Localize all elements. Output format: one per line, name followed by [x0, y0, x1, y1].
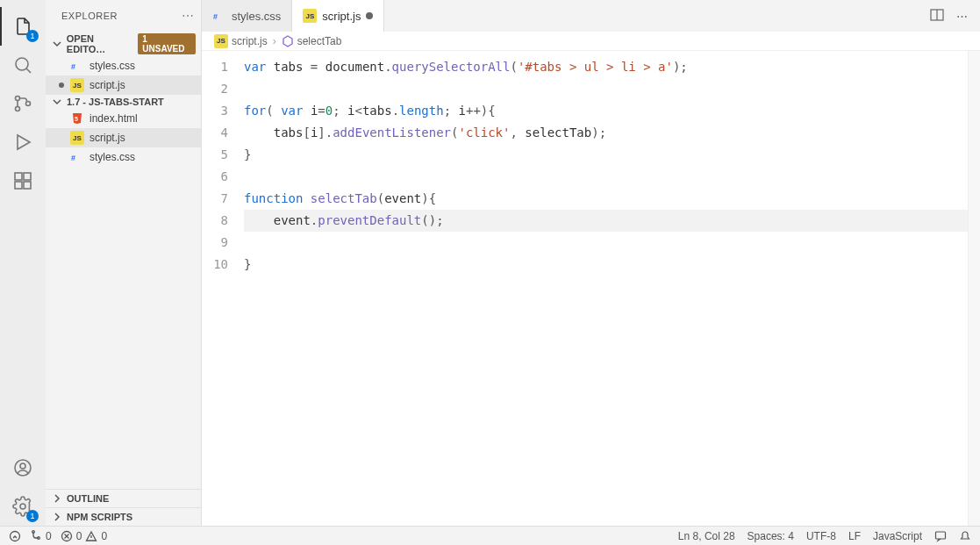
search-icon[interactable] — [0, 46, 46, 84]
feedback-icon[interactable] — [934, 530, 947, 542]
css-file-icon: # — [70, 59, 84, 73]
code-editor[interactable]: 12345678910 var tabs = document.querySel… — [202, 51, 980, 526]
editor-tab[interactable]: JSscript.js — [292, 0, 384, 32]
explorer-more-icon[interactable]: ⋯ — [182, 9, 195, 23]
editor-tab[interactable]: #styles.css — [202, 0, 292, 32]
tab-actions: ⋯ — [918, 0, 980, 32]
tab-label: script.js — [322, 10, 361, 23]
unsaved-badge: 1 UNSAVED — [138, 33, 196, 54]
open-editor-item[interactable]: #styles.css — [46, 56, 201, 75]
indentation-status[interactable]: Spaces: 4 — [748, 530, 794, 542]
svg-point-3 — [16, 107, 20, 111]
breadcrumb[interactable]: JS script.js › selectTab — [202, 32, 980, 51]
svg-rect-26 — [936, 532, 946, 539]
code-line[interactable]: var tabs = document.querySelectorAll('#t… — [244, 56, 968, 78]
status-bar: 0 0 0 Ln 8, Col 28 Spaces: 4 UTF-8 LF Ja… — [0, 526, 980, 545]
code-line[interactable]: tabs[i].addEventListener('click', select… — [244, 122, 968, 144]
code-line[interactable] — [244, 232, 968, 254]
svg-rect-9 — [24, 182, 31, 189]
chevron-down-icon — [51, 39, 63, 48]
code-line[interactable] — [244, 78, 968, 100]
explorer-title: EXPLORER ⋯ — [46, 0, 201, 32]
outline-label: OUTLINE — [67, 493, 109, 504]
npm-scripts-label: NPM SCRIPTS — [67, 512, 132, 522]
line-number: 4 — [202, 122, 228, 144]
more-actions-icon[interactable]: ⋯ — [956, 10, 968, 23]
warning-count: 0 — [101, 530, 107, 542]
js-file-icon: JS — [70, 131, 84, 145]
sync-status[interactable]: 0 — [30, 530, 52, 542]
line-number: 3 — [202, 100, 228, 122]
svg-text:#: # — [213, 12, 218, 21]
file-label: script.js — [89, 132, 125, 144]
svg-text:#: # — [71, 62, 75, 71]
run-debug-icon[interactable] — [0, 123, 46, 161]
line-number: 5 — [202, 144, 228, 166]
html-file-icon: 5 — [70, 111, 84, 125]
explorer-icon[interactable]: 1 — [0, 7, 46, 46]
split-editor-icon[interactable] — [930, 8, 944, 25]
line-number: 10 — [202, 254, 228, 276]
cursor-position[interactable]: Ln 8, Col 28 — [678, 530, 735, 542]
source-control-icon[interactable] — [0, 84, 46, 123]
code-content[interactable]: var tabs = document.querySelectorAll('#t… — [244, 51, 968, 526]
svg-text:#: # — [71, 154, 75, 162]
line-number: 8 — [202, 210, 228, 232]
file-item[interactable]: JSscript.js — [46, 128, 201, 147]
code-line[interactable]: } — [244, 144, 968, 166]
svg-point-12 — [20, 504, 25, 509]
tab-label: styles.css — [232, 10, 281, 23]
tabs-row: #styles.cssJSscript.js ⋯ — [202, 0, 980, 32]
file-label: script.js — [89, 79, 125, 91]
code-line[interactable]: for( var i=0; i<tabs.length; i++){ — [244, 100, 968, 122]
npm-scripts-header[interactable]: NPM SCRIPTS — [46, 507, 201, 526]
symbol-method-icon — [282, 35, 294, 47]
encoding-status[interactable]: UTF-8 — [806, 530, 836, 542]
accounts-icon[interactable] — [0, 448, 46, 487]
code-line[interactable]: function selectTab(event){ — [244, 188, 968, 210]
js-file-icon: JS — [303, 9, 317, 23]
explorer-sidebar: EXPLORER ⋯ OPEN EDITO… 1 UNSAVED #styles… — [46, 0, 202, 526]
svg-rect-6 — [15, 173, 22, 180]
dirty-indicator-icon — [58, 82, 65, 89]
activity-bar: 1 1 — [0, 0, 46, 526]
open-editors-header[interactable]: OPEN EDITO… 1 UNSAVED — [46, 32, 201, 56]
file-item[interactable]: #styles.css — [46, 147, 201, 167]
settings-gear-icon[interactable]: 1 — [0, 487, 46, 526]
problems-status[interactable]: 0 0 — [61, 530, 107, 542]
css-file-icon: # — [70, 150, 84, 164]
js-file-icon: JS — [214, 34, 228, 48]
code-line[interactable] — [244, 166, 968, 188]
svg-text:5: 5 — [75, 116, 78, 122]
notifications-icon[interactable] — [959, 530, 971, 542]
error-count: 0 — [76, 530, 82, 542]
breadcrumb-symbol[interactable]: selectTab — [282, 35, 342, 47]
breadcrumb-file[interactable]: JS script.js — [214, 34, 268, 48]
remote-indicator[interactable] — [9, 530, 21, 542]
file-label: styles.css — [89, 151, 135, 163]
language-mode[interactable]: JavaScript — [873, 530, 922, 542]
dirty-indicator-icon — [366, 12, 373, 19]
folder-header[interactable]: 1.7 - JS-TABS-START — [46, 95, 201, 109]
chevron-down-icon — [51, 97, 63, 106]
code-line[interactable]: } — [244, 254, 968, 276]
minimap[interactable] — [968, 51, 980, 526]
file-item[interactable]: 5index.html — [46, 109, 201, 128]
extensions-icon[interactable] — [0, 161, 46, 200]
line-number-gutter: 12345678910 — [202, 51, 244, 526]
outline-header[interactable]: OUTLINE — [46, 489, 201, 507]
line-number: 2 — [202, 78, 228, 100]
sync-count: 0 — [46, 530, 52, 542]
eol-status[interactable]: LF — [848, 530, 861, 542]
explorer-title-text: EXPLORER — [61, 11, 118, 21]
file-label: styles.css — [89, 60, 135, 72]
breadcrumb-symbol-label: selectTab — [297, 35, 342, 47]
svg-rect-7 — [24, 173, 31, 180]
open-editor-item[interactable]: JSscript.js — [46, 75, 201, 95]
editor-main: #styles.cssJSscript.js ⋯ JS script.js › … — [202, 0, 980, 526]
settings-badge: 1 — [26, 510, 39, 522]
css-file-icon: # — [212, 9, 226, 23]
line-number: 1 — [202, 56, 228, 78]
chevron-right-icon — [51, 513, 63, 521]
svg-marker-5 — [18, 135, 30, 149]
